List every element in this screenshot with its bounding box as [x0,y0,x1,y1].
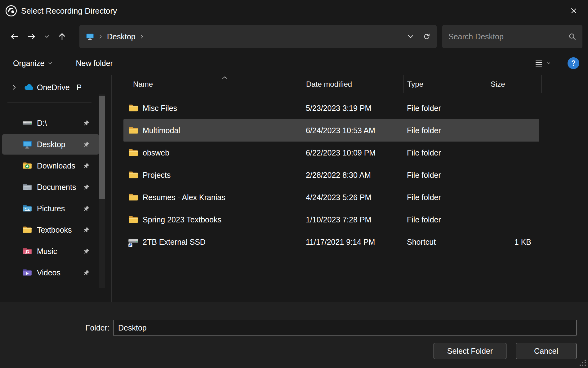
scrollbar-thumb[interactable] [99,96,105,199]
search-input[interactable] [448,32,568,41]
sidebar-item-label: Downloads [37,161,81,170]
column-header-size[interactable]: Size [486,75,542,93]
dialog-footer: Folder: Select Folder Cancel [0,302,588,368]
close-icon [570,7,578,15]
new-folder-button[interactable]: New folder [76,59,113,68]
sidebar-item-onedrive[interactable]: OneDrive - Persc [2,77,99,98]
file-date: 2/28/2022 8:30 AM [302,171,403,180]
breadcrumb-item-desktop[interactable]: Desktop [107,32,136,41]
file-row[interactable]: Spring 2023 Textbooks 1/10/2023 7:28 PM … [123,208,539,231]
navigation-bar: Desktop [0,22,588,51]
file-row[interactable]: Multimodal 6/24/2023 10:53 AM File folde… [123,119,539,142]
pin-icon [82,119,90,127]
sidebar-item-label: OneDrive - Persc [37,83,81,92]
desktop-location-icon [86,32,94,41]
sidebar-scrollbar[interactable] [99,94,105,288]
file-name: Misc Files [143,104,177,113]
back-button[interactable] [6,28,23,45]
sidebar-item-textbooks[interactable]: Textbooks [2,220,99,240]
file-list-pane: Name Date modified Type Size Misc Files … [112,75,588,302]
file-date: 5/23/2023 3:19 PM [302,104,403,113]
sidebar-item-videos[interactable]: Videos [2,262,99,283]
sidebar-item-desktop[interactable]: Desktop [2,134,99,155]
pin-icon [82,248,90,255]
file-date: 6/22/2023 10:09 PM [302,148,403,157]
column-label: Type [407,80,423,89]
refresh-button[interactable] [419,27,435,46]
file-name: Resumes - Alex Kranias [143,193,225,202]
file-row[interactable]: Resumes - Alex Kranias 4/24/2023 5:26 PM… [123,186,539,208]
file-row[interactable]: Projects 2/28/2022 8:30 AM File folder [123,164,539,186]
dialog-content: OneDrive - Persc D:\ Desktop Downloads D… [0,75,588,302]
navigation-pane: OneDrive - Persc D:\ Desktop Downloads D… [0,75,112,302]
recent-locations-button[interactable] [40,28,53,45]
up-arrow-icon [57,32,67,41]
sidebar-item-music[interactable]: Music [2,241,99,261]
help-button[interactable]: ? [568,57,579,69]
help-label: ? [571,59,576,68]
sidebar-item-documents[interactable]: Documents [2,177,99,197]
file-type: File folder [403,171,486,180]
window-title: Select Recording Directory [21,6,117,16]
sidebar-item-pictures[interactable]: Pictures [2,198,99,219]
file-rows: Misc Files 5/23/2023 3:19 PM File folder… [123,97,588,253]
documents-icon [22,182,33,192]
file-name: obsweb [143,148,169,157]
chevron-down-icon [48,61,53,66]
back-arrow-icon [10,32,19,41]
forward-button[interactable] [23,28,40,45]
select-folder-button[interactable]: Select Folder [434,343,506,359]
file-date: 1/10/2023 7:28 PM [302,215,403,224]
file-date: 11/17/2021 9:14 PM [302,238,403,247]
file-name: 2TB External SSD [143,238,206,247]
view-mode-button[interactable] [534,59,551,68]
title-bar: Select Recording Directory [0,0,588,22]
pin-icon [82,226,90,234]
address-bar[interactable]: Desktop [79,25,437,48]
file-row[interactable]: 2TB External SSD 11/17/2021 9:14 PM Shor… [123,231,539,253]
pin-icon [82,205,90,212]
resize-grip[interactable] [585,365,586,366]
sidebar-item-d-drive[interactable]: D:\ [2,113,99,133]
sidebar-item-label: Music [37,247,81,256]
toolbar: Organize New folder ? [0,51,588,75]
chevron-right-icon [98,34,103,39]
file-date: 4/24/2023 5:26 PM [302,193,403,202]
obs-logo-icon [5,5,17,17]
close-button[interactable] [559,0,588,22]
sidebar-item-downloads[interactable]: Downloads [2,156,99,176]
chevron-down-icon [546,61,551,65]
sidebar-item-label: D:\ [37,119,81,128]
pin-icon [82,269,90,277]
music-icon [22,246,33,256]
folder-icon [128,103,139,114]
file-type: Shortcut [403,238,486,247]
file-row[interactable]: obsweb 6/22/2023 10:09 PM File folder [123,142,539,164]
address-dropdown-button[interactable] [403,27,419,46]
folder-icon [22,225,33,235]
folder-icon [128,214,139,225]
column-header-name[interactable]: Name [123,75,302,93]
folder-icon [128,147,139,158]
organize-label: Organize [13,59,44,68]
details-view-icon [534,59,543,68]
pin-icon [82,183,90,191]
column-header-row: Name Date modified Type Size [123,75,542,93]
file-row[interactable]: Misc Files 5/23/2023 3:19 PM File folder [123,97,539,119]
cancel-button[interactable]: Cancel [516,343,577,359]
column-label: Name [133,80,153,89]
sidebar-item-label: Documents [37,183,81,192]
sidebar-item-label: Pictures [37,204,81,213]
column-header-type[interactable]: Type [403,75,486,93]
onedrive-icon [23,82,34,93]
chevron-down-icon [407,33,414,40]
file-type: File folder [403,126,486,135]
up-button[interactable] [53,28,71,45]
folder-label: Folder: [0,323,113,332]
sidebar-divider [7,103,91,103]
column-header-date-modified[interactable]: Date modified [302,75,403,93]
expander-chevron-icon[interactable] [11,84,18,91]
organize-button[interactable]: Organize [13,59,53,68]
folder-input[interactable] [113,320,577,335]
file-name: Multimodal [143,126,180,135]
